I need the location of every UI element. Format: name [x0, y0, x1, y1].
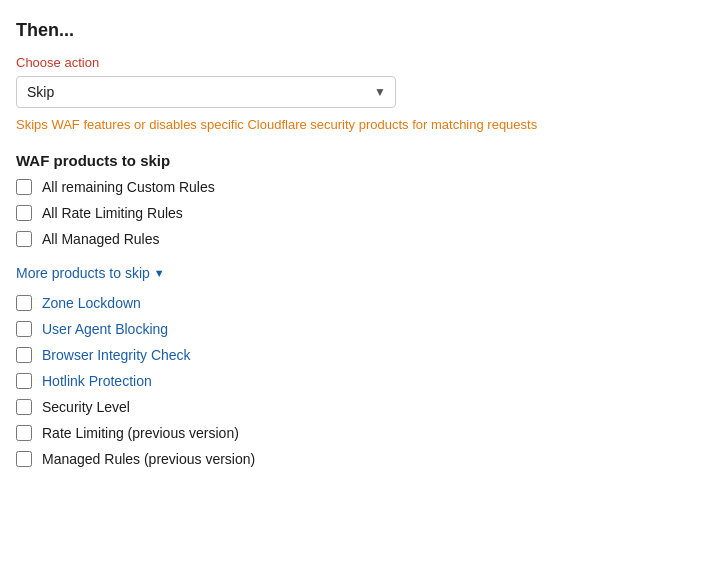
- managed-rules-checkbox[interactable]: [16, 231, 32, 247]
- more-products-label: More products to skip: [16, 265, 150, 281]
- list-item: Rate Limiting (previous version): [16, 425, 703, 441]
- browser-integrity-check-checkbox[interactable]: [16, 347, 32, 363]
- list-item: All Managed Rules: [16, 231, 703, 247]
- list-item: Zone Lockdown: [16, 295, 703, 311]
- list-item: All remaining Custom Rules: [16, 179, 703, 195]
- managed-rules-previous-label[interactable]: Managed Rules (previous version): [42, 451, 255, 467]
- list-item: All Rate Limiting Rules: [16, 205, 703, 221]
- list-item: Managed Rules (previous version): [16, 451, 703, 467]
- security-level-checkbox[interactable]: [16, 399, 32, 415]
- action-select[interactable]: Skip Block Allow Challenge Log: [16, 76, 396, 108]
- list-item: Browser Integrity Check: [16, 347, 703, 363]
- custom-rules-label[interactable]: All remaining Custom Rules: [42, 179, 215, 195]
- more-products-checkbox-group: Zone Lockdown User Agent Blocking Browse…: [16, 295, 703, 467]
- security-level-label[interactable]: Security Level: [42, 399, 130, 415]
- action-hint: Skips WAF features or disables specific …: [16, 116, 696, 134]
- hotlink-protection-checkbox[interactable]: [16, 373, 32, 389]
- custom-rules-checkbox[interactable]: [16, 179, 32, 195]
- zone-lockdown-checkbox[interactable]: [16, 295, 32, 311]
- chevron-down-icon: ▼: [154, 267, 165, 279]
- hotlink-protection-label[interactable]: Hotlink Protection: [42, 373, 152, 389]
- waf-checkbox-group: All remaining Custom Rules All Rate Limi…: [16, 179, 703, 247]
- more-products-button[interactable]: More products to skip ▼: [16, 265, 165, 281]
- choose-action-label: Choose action: [16, 55, 703, 70]
- rate-limiting-previous-checkbox[interactable]: [16, 425, 32, 441]
- user-agent-blocking-checkbox[interactable]: [16, 321, 32, 337]
- browser-integrity-check-label[interactable]: Browser Integrity Check: [42, 347, 191, 363]
- rate-limiting-rules-checkbox[interactable]: [16, 205, 32, 221]
- managed-rules-previous-checkbox[interactable]: [16, 451, 32, 467]
- list-item: Security Level: [16, 399, 703, 415]
- rate-limiting-previous-label[interactable]: Rate Limiting (previous version): [42, 425, 239, 441]
- action-select-wrapper: Skip Block Allow Challenge Log ▼: [16, 76, 396, 108]
- managed-rules-label[interactable]: All Managed Rules: [42, 231, 160, 247]
- list-item: Hotlink Protection: [16, 373, 703, 389]
- rate-limiting-rules-label[interactable]: All Rate Limiting Rules: [42, 205, 183, 221]
- list-item: User Agent Blocking: [16, 321, 703, 337]
- waf-section-title: WAF products to skip: [16, 152, 703, 169]
- section-title: Then...: [16, 20, 703, 41]
- zone-lockdown-label[interactable]: Zone Lockdown: [42, 295, 141, 311]
- user-agent-blocking-label[interactable]: User Agent Blocking: [42, 321, 168, 337]
